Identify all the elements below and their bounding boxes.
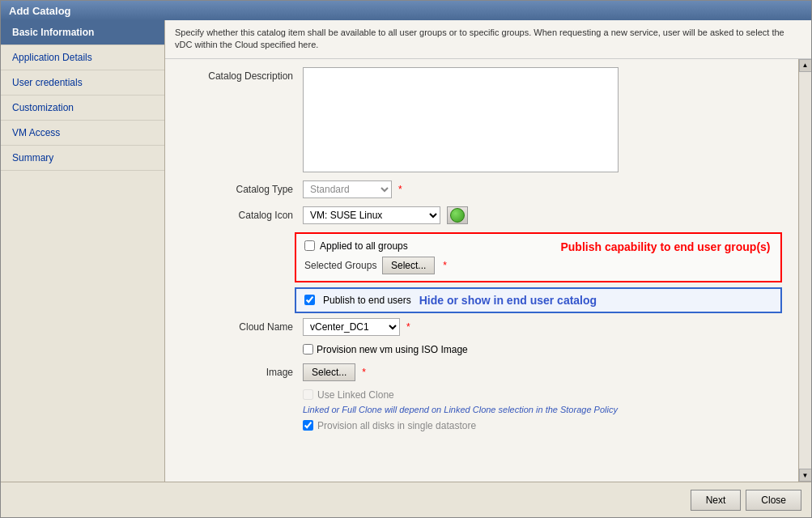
catalog-icon-button[interactable]: [447, 206, 468, 224]
scrollbar: ▲ ▼: [798, 59, 811, 482]
green-circle-icon: [450, 208, 465, 223]
cloud-name-control: vCenter_DC1 *: [303, 318, 782, 336]
description-text: Specify whether this catalog item shall …: [175, 28, 784, 49]
next-button[interactable]: Next: [691, 490, 742, 511]
provision-iso-control: Provision new vm using ISO Image: [303, 344, 782, 355]
close-button[interactable]: Close: [746, 490, 801, 511]
applied-to-all-label: Applied to all groups: [320, 240, 408, 252]
sidebar-item-vm-access[interactable]: VM Access: [1, 121, 164, 146]
provision-disks-checkbox[interactable]: [303, 420, 313, 431]
form-area: Catalog Description Catalog Type: [165, 59, 798, 482]
blue-box-container: Publish to end users Hide or show in end…: [165, 287, 790, 313]
catalog-description-textarea[interactable]: [303, 67, 619, 172]
cloud-name-row: Cloud Name vCenter_DC1 *: [165, 318, 790, 336]
sidebar: Basic Information Application Details Us…: [1, 20, 165, 482]
dialog-title: Add Catalog: [1, 1, 811, 20]
dialog-body: Basic Information Application Details Us…: [1, 20, 811, 482]
catalog-description-row: Catalog Description: [165, 67, 790, 172]
linked-clone-control: Use Linked Clone Linked or Full Clone wi…: [303, 389, 782, 431]
provision-iso-checkbox[interactable]: [303, 344, 313, 355]
image-row: Image Select... *: [165, 363, 790, 381]
description-bar: Specify whether this catalog item shall …: [165, 20, 811, 59]
catalog-type-select[interactable]: Standard: [303, 180, 392, 198]
publish-end-users-box: Publish to end users Hide or show in end…: [295, 287, 782, 313]
cloud-name-select[interactable]: vCenter_DC1: [303, 318, 400, 336]
catalog-icon-control: VM: SUSE Linux: [303, 206, 782, 224]
catalog-icon-row: Catalog Icon VM: SUSE Linux: [165, 206, 790, 224]
provision-iso-row: Provision new vm using ISO Image: [165, 344, 790, 355]
publish-to-end-users-checkbox[interactable]: [304, 295, 315, 305]
red-box-container: Applied to all groups Selected Groups Se…: [165, 232, 790, 282]
applied-to-all-checkbox[interactable]: [304, 240, 315, 251]
image-label: Image: [173, 363, 303, 378]
catalog-type-required: *: [398, 184, 402, 195]
sidebar-item-customization[interactable]: Customization: [1, 96, 164, 121]
provision-disks-label: Provision all disks in single datastore: [317, 420, 476, 431]
applied-to-all-row: Applied to all groups: [304, 240, 534, 252]
dialog-footer: Next Close: [1, 482, 811, 517]
catalog-icon-label: Catalog Icon: [173, 206, 303, 221]
sidebar-item-basic-information[interactable]: Basic Information: [1, 20, 164, 45]
selected-groups-row: Selected Groups Select... *: [304, 257, 534, 274]
cloud-name-label: Cloud Name: [173, 318, 303, 333]
linked-clone-note: Linked or Full Clone will depend on Link…: [303, 405, 618, 414]
image-control: Select... *: [303, 363, 782, 381]
scroll-down-arrow[interactable]: ▼: [799, 469, 812, 482]
sidebar-item-application-details[interactable]: Application Details: [1, 45, 164, 70]
cloud-name-required: *: [406, 321, 410, 333]
scroll-up-arrow[interactable]: ▲: [799, 59, 812, 72]
publish-capability-box: Applied to all groups Selected Groups Se…: [295, 232, 782, 282]
publish-capability-msg: Publish capability to end user group(s): [560, 240, 770, 253]
publish-to-end-users-label: Publish to end users: [323, 295, 411, 306]
catalog-description-label: Catalog Description: [173, 67, 303, 82]
image-select-button[interactable]: Select...: [303, 363, 355, 381]
hide-show-msg: Hide or show in end user catalog: [419, 294, 597, 307]
catalog-type-control: Standard *: [303, 180, 782, 198]
catalog-icon-select[interactable]: VM: SUSE Linux: [303, 206, 440, 224]
dialog-title-text: Add Catalog: [9, 5, 71, 17]
selected-groups-required: *: [443, 260, 447, 271]
linked-clone-row: Use Linked Clone Linked or Full Clone wi…: [165, 389, 790, 431]
sidebar-item-summary[interactable]: Summary: [1, 146, 164, 171]
scroll-track: [800, 72, 811, 469]
main-content: Specify whether this catalog item shall …: [165, 20, 811, 482]
catalog-description-control: [303, 67, 782, 172]
use-linked-clone-checkbox[interactable]: [303, 389, 313, 400]
selected-groups-label: Selected Groups: [304, 260, 377, 271]
catalog-type-label: Catalog Type: [173, 180, 303, 195]
add-catalog-dialog: Add Catalog Basic Information Applicatio…: [0, 0, 812, 518]
catalog-type-row: Catalog Type Standard *: [165, 180, 790, 198]
provision-iso-label: Provision new vm using ISO Image: [317, 344, 468, 355]
sidebar-item-user-credentials[interactable]: User credentials: [1, 70, 164, 96]
use-linked-clone-label: Use Linked Clone: [317, 389, 394, 401]
image-required: *: [362, 367, 366, 378]
select-groups-button[interactable]: Select...: [382, 257, 435, 274]
